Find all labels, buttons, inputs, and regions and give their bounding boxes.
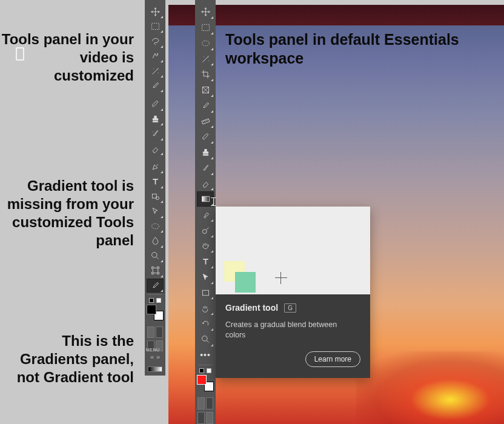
clone-stamp-tool[interactable] [197, 145, 214, 160]
move-tool[interactable] [147, 5, 164, 19]
tooltip-body: Gradient tool G Creates a gradual blend … [216, 294, 370, 378]
preview-swatch-2 [235, 272, 256, 293]
crosshair-icon [275, 272, 287, 284]
menu-label: MENU [146, 348, 160, 352]
tooltip-preview [216, 207, 370, 294]
rotate-view-tool[interactable] [197, 316, 214, 331]
ruler-tool[interactable] [197, 114, 214, 129]
mini-swatch-icons[interactable] [147, 297, 163, 303]
highlighted-eyedropper-tool[interactable] [147, 279, 164, 293]
screen-mode-toggle[interactable] [197, 412, 213, 424]
blur-tool[interactable] [147, 234, 164, 248]
magic-wand-tool[interactable] [197, 51, 214, 67]
eraser-tool[interactable] [147, 142, 164, 156]
zoom-tool[interactable] [197, 332, 214, 347]
foreground-background-swatch[interactable] [197, 375, 214, 392]
eyedropper-tool[interactable] [197, 98, 214, 113]
expand-arrows[interactable]: «» [147, 353, 164, 360]
tooltip-description: Creates a gradual blend between colors [225, 320, 346, 340]
annotation-3: This is the Gradients panel, not Gradien… [0, 332, 134, 386]
history-brush-tool[interactable] [147, 127, 164, 141]
quick-select-tool[interactable] [147, 49, 164, 63]
tooltip-title: Gradient tool [225, 303, 278, 313]
smudge-tool[interactable] [197, 207, 214, 222]
history-brush-tool[interactable] [197, 161, 214, 176]
move-tool[interactable] [197, 5, 214, 20]
canvas-topbar [168, 5, 504, 25]
svg-rect-6 [153, 268, 158, 274]
path-select-tool[interactable] [197, 270, 214, 285]
eyedropper-tool[interactable] [147, 79, 164, 93]
separator [198, 365, 213, 365]
svg-point-8 [202, 41, 209, 46]
svg-point-14 [202, 336, 207, 341]
annotation-sidebar: Tools panel in your video is customized … [0, 0, 145, 424]
quick-mask-toggle[interactable] [197, 397, 213, 409]
svg-rect-0 [151, 24, 159, 30]
sun-glow [356, 351, 504, 424]
type-tool[interactable] [197, 254, 214, 269]
path-select-tool[interactable] [147, 204, 164, 218]
foreground-background-swatch[interactable] [147, 305, 164, 320]
svg-rect-11 [202, 196, 209, 202]
svg-point-12 [202, 229, 207, 233]
marquee-tool[interactable] [197, 20, 214, 35]
hand-tool[interactable] [197, 239, 214, 254]
marquee-tool[interactable] [147, 19, 164, 33]
tool-tooltip: Gradient tool G Creates a gradual blend … [216, 207, 370, 378]
brush-tool[interactable] [197, 129, 214, 144]
ellipse-tool[interactable] [147, 219, 164, 233]
gradients-panel-icon[interactable] [147, 361, 164, 375]
dodge-tool[interactable] [197, 223, 214, 238]
svg-rect-13 [202, 290, 208, 296]
artboard-tool[interactable] [147, 263, 164, 277]
eraser-tool[interactable] [197, 176, 214, 191]
annotation-sky: Tools panel in default Essentials worksp… [225, 30, 504, 68]
pen-tool[interactable] [147, 160, 164, 174]
magic-wand-tool[interactable] [147, 64, 164, 78]
quick-mask-toggle[interactable] [147, 326, 163, 338]
mini-swatch-icons[interactable] [197, 368, 213, 374]
svg-rect-7 [202, 24, 209, 30]
toolbar-essentials: ••• [195, 0, 216, 424]
gradient-tool[interactable] [197, 191, 214, 207]
annotation-1: Tools panel in your video is customized [0, 30, 134, 85]
svg-point-4 [151, 224, 159, 229]
more-tools[interactable]: ••• [197, 348, 214, 363]
lasso-tool[interactable] [147, 34, 164, 48]
lasso-ellipse-tool[interactable] [197, 36, 214, 51]
hand-tool-2[interactable] [197, 300, 214, 316]
learn-more-button[interactable]: Learn more [305, 351, 360, 367]
shape-tool[interactable] [197, 285, 214, 300]
type-tool[interactable] [147, 174, 164, 188]
tooltip-shortcut: G [284, 303, 296, 313]
crop-tool[interactable] [197, 67, 214, 82]
zoom-tool[interactable] [147, 249, 164, 263]
brush-tool[interactable] [147, 97, 164, 111]
separator [148, 294, 162, 295]
frame-tool[interactable] [197, 82, 214, 98]
annotation-2: Gradient tool is missing from your custo… [0, 177, 134, 250]
svg-point-5 [151, 252, 156, 257]
svg-point-1 [157, 53, 158, 55]
shape-tool[interactable] [147, 190, 164, 204]
toolbar-customized: «» [145, 0, 165, 376]
stamp-tool[interactable] [147, 112, 164, 126]
